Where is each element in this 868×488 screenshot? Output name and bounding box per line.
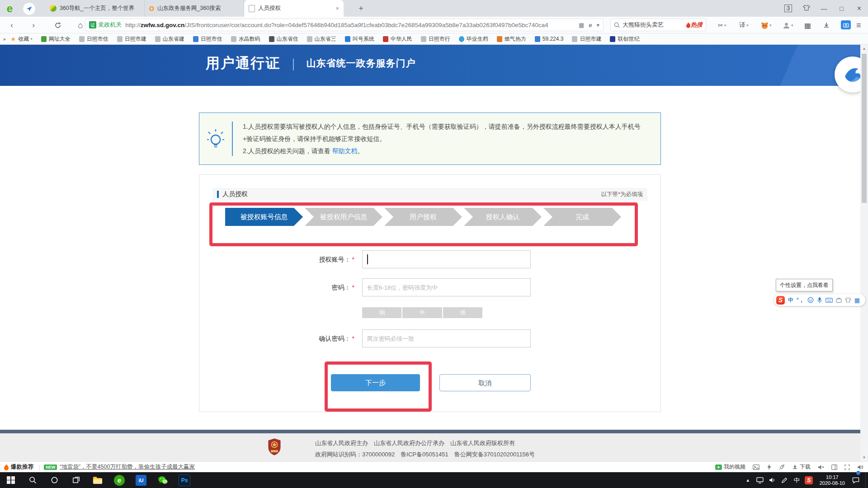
- toolbox-icon[interactable]: [836, 297, 842, 303]
- bookmark-item[interactable]: 59.224.3: [535, 36, 564, 42]
- tab-count-badge[interactable]: 3: [784, 5, 792, 12]
- ie-mode-icon[interactable]: e: [589, 22, 592, 28]
- new-tab-button[interactable]: ＋: [357, 3, 365, 13]
- my-videos-button[interactable]: 我的视频: [715, 463, 745, 471]
- ime-mode-chinese[interactable]: 中: [788, 296, 793, 304]
- voice-input-icon[interactable]: [817, 297, 822, 303]
- taskbar-clock[interactable]: 10:17 2020-08-10: [820, 474, 845, 486]
- main-menu-button[interactable]: ≡: [856, 20, 861, 31]
- skin-icon[interactable]: [845, 297, 851, 303]
- clip-tool-button[interactable]: ✂▾: [718, 20, 726, 31]
- bookmark-item[interactable]: 中华人民: [383, 35, 412, 43]
- file-explorer-button[interactable]: [87, 472, 108, 488]
- pen-input-icon[interactable]: [778, 477, 791, 483]
- ime-punctuation-icon[interactable]: °，: [797, 296, 804, 304]
- url-dropdown-icon[interactable]: ▾: [596, 22, 599, 28]
- close-button[interactable]: ×: [850, 5, 868, 13]
- mascot-extension-button[interactable]: ▾: [761, 20, 772, 31]
- download-manager-button[interactable]: [823, 20, 830, 31]
- sogou-ime-toolbar[interactable]: S 中 °， ▦: [774, 294, 865, 306]
- back-button[interactable]: ‹: [6, 20, 17, 31]
- maximize-button[interactable]: □: [833, 5, 850, 12]
- emoji-icon[interactable]: [807, 297, 814, 303]
- favorites-menu[interactable]: ★ 收藏 ▾: [11, 35, 33, 43]
- cortana-button[interactable]: [43, 472, 65, 488]
- tab-close-icon[interactable]: ×: [335, 5, 339, 12]
- photoshop-button[interactable]: Ps: [174, 472, 195, 488]
- boost-button[interactable]: [767, 464, 772, 470]
- bookmark-item[interactable]: 山东省建: [155, 35, 184, 43]
- hot-search-link[interactable]: 热搜: [686, 21, 703, 29]
- account-button[interactable]: ▾: [783, 20, 793, 31]
- bookmark-item[interactable]: 网址大全: [41, 35, 71, 43]
- screenshot-tool-icon[interactable]: [841, 20, 851, 29]
- bookmark-item[interactable]: 水晶数码: [231, 35, 260, 43]
- hidden-icons-caret[interactable]: ▴: [742, 477, 754, 483]
- notification-center-icon[interactable]: [849, 477, 862, 483]
- minimize-button[interactable]: —: [815, 5, 833, 12]
- bookmark-item[interactable]: 联创世纪: [610, 35, 639, 43]
- navigator-paper-plane-icon[interactable]: [23, 2, 36, 15]
- page-scrollbar[interactable]: ▲ ▼: [860, 45, 868, 461]
- bookmark-item[interactable]: 山东省住: [269, 35, 298, 43]
- scrollbar-thumb[interactable]: [862, 54, 867, 203]
- promo-label[interactable]: 爆款推荐: [11, 463, 33, 471]
- forward-button[interactable]: ›: [28, 20, 39, 31]
- bookmark-item[interactable]: 山东省三: [307, 35, 336, 43]
- qr-code-icon[interactable]: ▦: [579, 22, 584, 28]
- translate-button[interactable]: 译▾: [739, 20, 749, 31]
- site-verification-badge[interactable]: 证 党政机关: [89, 21, 125, 29]
- ime-menu-grid-icon[interactable]: ▦: [854, 297, 860, 304]
- bookmark-item[interactable]: 燃气热力: [497, 35, 526, 43]
- wechat-button[interactable]: [152, 472, 174, 488]
- network-monitor-icon[interactable]: [754, 477, 766, 483]
- mute-button[interactable]: [818, 465, 824, 470]
- start-button[interactable]: [0, 472, 22, 488]
- confirm-password-input[interactable]: [362, 329, 531, 347]
- tab-renyuan-shouquan-active[interactable]: 人员授权 ×: [244, 0, 344, 17]
- speaker-icon[interactable]: [766, 477, 778, 483]
- browser-360-button[interactable]: e: [108, 472, 130, 488]
- show-desktop-button[interactable]: [865, 472, 868, 488]
- bookmark-item[interactable]: 毕业生档: [459, 35, 488, 43]
- keyboard-icon[interactable]: [826, 298, 833, 303]
- rocket-speed-button[interactable]: [779, 464, 785, 470]
- apps-grid-button[interactable]: ▦: [804, 20, 811, 31]
- bookmark-item[interactable]: 日照市建: [117, 35, 146, 43]
- bookmarks-collapse-icon[interactable]: ▸: [4, 36, 6, 42]
- url-text[interactable]: http://zwfw.sd.gov.cn/JIS/frontcoruser/c…: [125, 22, 574, 28]
- volume-button[interactable]: [857, 465, 863, 470]
- side-panel-button[interactable]: [831, 465, 837, 470]
- help-doc-link[interactable]: 帮助文档: [332, 147, 358, 155]
- bookmark-item[interactable]: 日照市住: [79, 35, 108, 43]
- refresh-button[interactable]: [52, 20, 63, 31]
- ime-language-indicator[interactable]: 中: [791, 476, 803, 484]
- scroll-down-icon[interactable]: ▼: [860, 455, 868, 460]
- bookmark-item[interactable]: 叫号系统: [345, 35, 374, 43]
- fullscreen-button[interactable]: [844, 465, 850, 470]
- bookmark-item[interactable]: 日照市住: [193, 35, 222, 43]
- tab-360-search[interactable]: O 山东政务服务网_360搜索: [145, 0, 244, 17]
- browser-360-logo-icon[interactable]: e: [4, 2, 16, 14]
- cancel-button[interactable]: 取消: [439, 374, 531, 391]
- sogou-logo-icon[interactable]: S: [776, 296, 785, 305]
- promo-headline-link[interactable]: “地雷袋”，不要4500万打胎费，靠偷生孩子成最大赢家: [60, 463, 195, 471]
- sogou-tray-icon[interactable]: S: [803, 476, 815, 484]
- search-query[interactable]: 大熊猫街头卖艺: [623, 21, 686, 29]
- password-input[interactable]: [362, 278, 531, 296]
- bookmark-item[interactable]: 日照市行: [421, 35, 450, 43]
- task-view-button[interactable]: [65, 472, 87, 488]
- download-bar-button[interactable]: 下载: [792, 463, 811, 471]
- iu-app-button[interactable]: iU: [130, 472, 152, 488]
- home-button[interactable]: ⌂: [75, 20, 86, 31]
- account-input[interactable]: [362, 250, 531, 268]
- bookmark-item[interactable]: 日照市建: [572, 35, 601, 43]
- tab-360-nav[interactable]: 360导航_一个主页，整个世界: [45, 0, 145, 17]
- image-tool-button[interactable]: [753, 465, 760, 470]
- skin-icon[interactable]: [797, 5, 815, 12]
- address-bar[interactable]: 证 党政机关 http://zwfw.sd.gov.cn/JIS/frontco…: [85, 19, 604, 31]
- next-step-button[interactable]: 下一步: [331, 374, 420, 391]
- search-box[interactable]: 大熊猫街头卖艺 热搜: [610, 19, 706, 31]
- scroll-up-icon[interactable]: ▲: [860, 47, 868, 51]
- taskbar-search-button[interactable]: [22, 472, 43, 488]
